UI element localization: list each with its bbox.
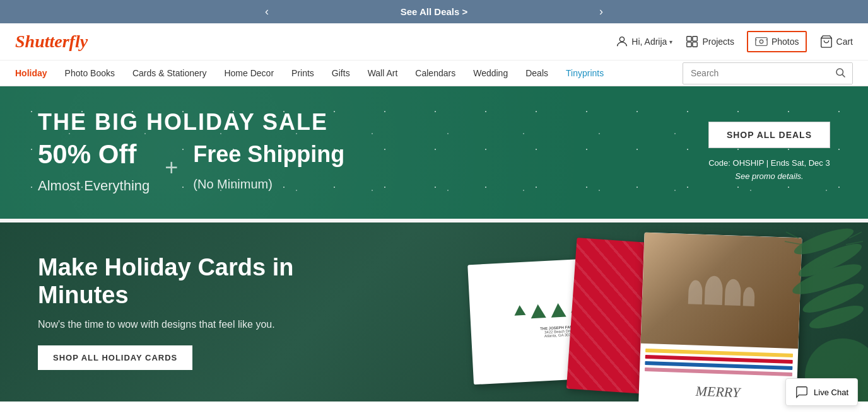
header-right: Hi, Adrija ▾ Projects Photos [615,31,853,52]
nav-holiday[interactable]: Holiday [15,61,47,86]
cart-link[interactable]: Cart [819,35,853,49]
shop-deals-button[interactable]: SHOP ALL DEALS [708,122,830,148]
person-2 [704,275,723,305]
svg-point-0 [620,37,625,42]
photos-link[interactable]: Photos [747,31,807,52]
card-stack: THE JOSEPH FAMILY 3422 Beach Drive Atlan… [458,235,824,402]
nav-calendars[interactable]: Calendars [415,61,455,86]
tree-icon-1 [514,305,526,316]
person-4 [742,287,754,306]
nav-home-decor[interactable]: Home Decor [224,61,274,86]
search-bar [683,62,853,84]
svg-point-8 [836,69,843,76]
account-label: Hi, Adrija [631,37,667,47]
photos-icon [754,35,768,49]
chat-icon [795,385,809,399]
hero-plus: + [165,154,178,181]
search-icon [835,67,846,78]
holiday-content: Make Holiday Cards in Minutes Now's the … [0,222,347,402]
nav-cards-stationery[interactable]: Cards & Stationery [132,61,207,86]
svg-rect-3 [687,42,691,47]
photos-label: Photos [771,37,799,47]
cart-icon [819,35,833,49]
svg-rect-5 [756,38,767,46]
hero-discount: 50% Off Almost Everything [38,139,150,196]
tree-icon-3 [551,303,566,317]
svg-rect-4 [693,42,697,47]
search-button[interactable] [828,63,852,84]
hero-shipping: Free Shipping (No Minimum) [193,141,344,194]
shop-holiday-button[interactable]: SHOP ALL HOLIDAY CARDS [38,345,192,370]
hero-no-min: (No Minimum) [193,177,273,191]
account-menu[interactable]: Hi, Adrija ▾ [615,35,672,49]
hero-cta: SHOP ALL DEALS Code: OHSHIP | Ends Sat, … [708,122,830,183]
hero-title: THE BIG HOLIDAY SALE [38,109,344,136]
promo-code: Code: OHSHIP | Ends Sat, Dec 3 [708,158,830,168]
logo[interactable]: Shutterfly [15,32,88,52]
nav-deals[interactable]: Deals [525,61,548,86]
next-arrow[interactable]: › [599,5,603,18]
deals-bar-text[interactable]: See All Deals > [401,6,468,17]
svg-rect-1 [687,37,691,41]
search-input[interactable] [683,64,828,82]
prev-arrow[interactable]: ‹ [265,5,269,18]
hero-free-shipping: Free Shipping [193,141,344,167]
svg-line-15 [786,232,799,238]
cards-visual: THE JOSEPH FAMILY 3422 Beach Drive Atlan… [426,222,868,402]
person-3 [724,279,741,306]
account-caret: ▾ [669,38,672,45]
header: Shutterfly Hi, Adrija ▾ Projects [0,23,868,61]
holiday-description: Now's the time to wow with designs that … [38,319,309,330]
hero-offer: 50% Off Almost Everything + Free Shippin… [38,139,344,196]
nav-wall-art[interactable]: Wall Art [368,61,398,86]
holiday-title: Make Holiday Cards in Minutes [38,254,309,309]
hero-text: THE BIG HOLIDAY SALE 50% Off Almost Ever… [38,109,344,196]
nav-wedding[interactable]: Wedding [473,61,508,86]
pine-branch-decoration [780,222,868,349]
person-1 [688,280,702,304]
projects-link[interactable]: Projects [685,35,734,49]
nav-bar: Holiday Photo Books Cards & Stationery H… [0,61,868,86]
promo-details[interactable]: See promo details. [708,170,830,183]
projects-label: Projects [702,37,734,47]
nav-gifts[interactable]: Gifts [332,61,350,86]
nav-tinyprints[interactable]: Tinyprints [566,61,604,86]
svg-rect-2 [693,37,697,41]
svg-line-16 [785,241,802,245]
hero-almost: Almost Everything [38,178,150,194]
svg-line-9 [842,74,845,77]
cart-label: Cart [836,37,853,47]
family-silhouette [688,275,755,306]
deals-bar: ‹ See All Deals > › [0,0,868,23]
card-photo: MERRY [637,233,802,402]
projects-icon [685,35,699,49]
card-photo-image [641,233,802,349]
holiday-cards-section: Make Holiday Cards in Minutes Now's the … [0,222,868,402]
account-icon [615,35,629,49]
hero-percent: 50% Off [38,139,136,169]
live-chat-label: Live Chat [814,388,848,397]
card-stripes [640,344,799,382]
svg-point-6 [760,40,763,43]
hero-banner: THE BIG HOLIDAY SALE 50% Off Almost Ever… [0,86,868,219]
nav-prints[interactable]: Prints [291,61,314,86]
nav-photo-books[interactable]: Photo Books [65,61,115,86]
live-chat-widget[interactable]: Live Chat [785,378,858,402]
promo-text: Code: OHSHIP | Ends Sat, Dec 3 See promo… [708,157,830,183]
tree-icon-2 [531,304,546,318]
